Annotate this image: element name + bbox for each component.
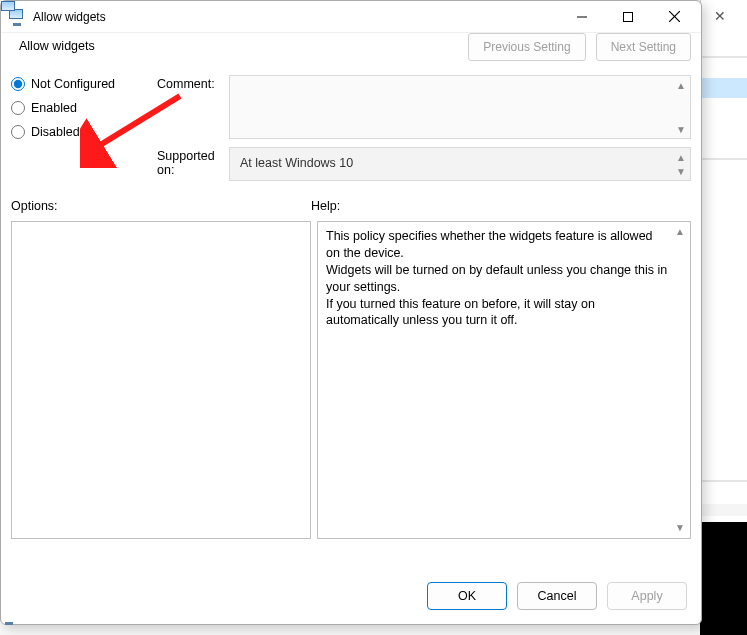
radio-disabled-label: Disabled <box>31 125 80 139</box>
radio-disabled-input[interactable] <box>11 125 25 139</box>
options-panel <box>11 221 311 539</box>
radio-not-configured-label: Not Configured <box>31 77 115 91</box>
background-panel <box>700 522 747 635</box>
help-panel: This policy specifies whether the widget… <box>317 221 691 539</box>
state-radio-group: Not Configured Enabled Disabled <box>11 75 153 139</box>
comment-label: Comment: <box>157 75 225 139</box>
background-separator <box>700 504 747 516</box>
options-header: Options: <box>11 199 311 213</box>
policy-dialog: Allow widgets Allow widgets Previous Set… <box>0 0 702 625</box>
background-separator <box>700 158 747 160</box>
scroll-up-icon[interactable]: ▲ <box>674 78 688 92</box>
minimize-button[interactable] <box>559 1 605 32</box>
supported-on-label: Supported on: <box>157 147 225 181</box>
previous-setting-button[interactable]: Previous Setting <box>468 33 585 61</box>
radio-not-configured[interactable]: Not Configured <box>11 77 153 91</box>
scroll-up-icon[interactable]: ▲ <box>673 225 687 239</box>
radio-enabled-input[interactable] <box>11 101 25 115</box>
scroll-down-icon[interactable]: ▼ <box>674 164 688 178</box>
help-content: This policy specifies whether the widget… <box>326 229 667 327</box>
radio-not-configured-input[interactable] <box>11 77 25 91</box>
background-close-icon: ✕ <box>714 8 726 24</box>
radio-enabled-label: Enabled <box>31 101 77 115</box>
comment-textarea[interactable]: ▲ ▼ <box>229 75 691 139</box>
window-title: Allow widgets <box>33 10 106 24</box>
background-selection-highlight <box>700 78 747 98</box>
titlebar[interactable]: Allow widgets <box>1 1 701 33</box>
scroll-down-icon[interactable]: ▼ <box>674 122 688 136</box>
background-separator <box>700 56 747 58</box>
scroll-down-icon[interactable]: ▼ <box>673 521 687 535</box>
radio-enabled[interactable]: Enabled <box>11 101 153 115</box>
apply-button[interactable]: Apply <box>607 582 687 610</box>
scroll-up-icon[interactable]: ▲ <box>674 150 688 164</box>
next-setting-button[interactable]: Next Setting <box>596 33 691 61</box>
background-separator <box>700 480 747 482</box>
maximize-button[interactable] <box>605 1 651 32</box>
supported-on-field: At least Windows 10 ▲ ▼ <box>229 147 691 181</box>
supported-on-value: At least Windows 10 <box>230 148 690 178</box>
help-header: Help: <box>311 199 691 213</box>
svg-rect-1 <box>624 12 633 21</box>
radio-disabled[interactable]: Disabled <box>11 125 153 139</box>
close-button[interactable] <box>651 1 697 32</box>
cancel-button[interactable]: Cancel <box>517 582 597 610</box>
ok-button[interactable]: OK <box>427 582 507 610</box>
